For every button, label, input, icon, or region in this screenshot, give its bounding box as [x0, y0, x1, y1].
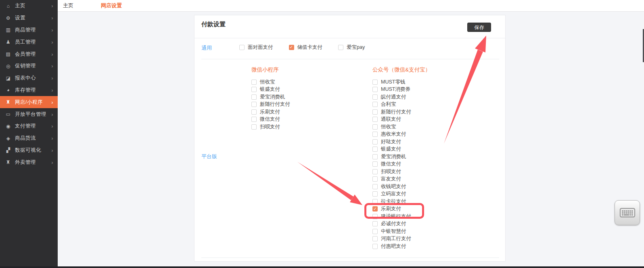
checkbox-option[interactable]: 合利宝 [372, 101, 431, 109]
option-label: 合利宝 [381, 101, 396, 108]
checkbox-option[interactable]: 立码富支付 [372, 191, 431, 198]
checkbox-option[interactable]: 面对面支付 [239, 42, 273, 52]
checkbox-icon[interactable] [372, 184, 378, 189]
checkbox-icon[interactable] [372, 94, 378, 100]
sidebar-item-promotions[interactable]: ◎促销管理› [0, 60, 58, 72]
checkbox-icon[interactable] [251, 117, 257, 122]
option-label: 富友支付 [381, 176, 401, 182]
checkbox-option[interactable]: 爱宝消费机 [372, 153, 431, 161]
checkbox-icon[interactable] [372, 124, 378, 130]
sidebar-item-home[interactable]: ⌂主页› [0, 0, 58, 12]
sidebar-item-data-visualization[interactable]: ▞数据可视化› [0, 144, 58, 157]
checkbox-option[interactable]: 恒收宝 [251, 78, 290, 86]
checkbox-icon[interactable] [251, 109, 257, 115]
chevron-right-icon: › [51, 63, 53, 69]
checkbox-icon[interactable] [372, 169, 378, 174]
checkbox-option[interactable]: 收钱吧支付 [372, 183, 431, 191]
general-section-label: 通用 [201, 44, 212, 52]
sidebar-item-logistics[interactable]: ◈商品货流› [0, 132, 58, 144]
sidebar-item-open-platform[interactable]: ▭开放平台管理› [0, 108, 58, 120]
sidebar-item-settings[interactable]: ⚙设置› [0, 12, 58, 24]
checkbox-option[interactable]: 乐刷支付 [251, 108, 290, 116]
sidebar-item-label: 报表中心 [15, 75, 51, 82]
checkbox-option[interactable]: 银盛支付 [372, 146, 431, 153]
sidebar-item-label: 商品货流 [15, 135, 51, 142]
checkbox-option[interactable]: 富友支付 [372, 176, 431, 183]
checkbox-option[interactable]: 好哒支付 [372, 138, 431, 146]
checkbox-option[interactable]: 必诚付支付 [372, 220, 431, 228]
checkbox-icon[interactable] [372, 244, 378, 249]
chevron-right-icon: › [51, 99, 53, 105]
checkbox-icon[interactable] [372, 154, 378, 159]
wechat-miniprogram-column: 微信小程序 恒收宝银盛支付爱宝消费机新随行付支付乐刷支付微信支付扫呗支付 [251, 66, 290, 131]
checkbox-icon[interactable] [372, 161, 378, 167]
checkbox-icon[interactable] [251, 94, 257, 100]
checkbox-option[interactable]: 扫呗支付 [372, 168, 431, 176]
chevron-right-icon: › [51, 159, 53, 165]
option-label: 恒收宝 [260, 79, 275, 86]
sidebar-item-staff[interactable]: ♟员工管理› [0, 36, 58, 48]
checkbox-option[interactable]: 爱宝消费机 [251, 93, 290, 101]
checkbox-icon[interactable] [239, 45, 245, 50]
checkbox-icon[interactable] [251, 80, 257, 85]
checkbox-option[interactable]: 中银智慧付 [372, 228, 431, 235]
checkbox-icon[interactable] [372, 80, 378, 85]
option-label: 恒收宝 [381, 124, 396, 130]
checkbox-icon[interactable] [372, 176, 378, 182]
checkbox-icon[interactable] [372, 139, 378, 144]
option-label: 中银智慧付 [381, 228, 406, 235]
checkbox-icon[interactable] [372, 229, 378, 234]
checkbox-option[interactable]: 爱宝pay [338, 42, 365, 52]
checkbox-option[interactable]: MUST消费券 [372, 86, 431, 94]
checkbox-icon[interactable] [372, 132, 378, 137]
checkbox-icon[interactable] [251, 102, 257, 107]
sidebar-item-members[interactable]: ▤会员管理› [0, 48, 58, 60]
sidebar-item-payments[interactable]: ◉支付管理› [0, 120, 58, 132]
checkbox-option[interactable]: 通联支付 [372, 116, 431, 124]
checkbox-option[interactable]: 扫呗支付 [251, 123, 290, 131]
checkbox-icon[interactable] [372, 102, 378, 107]
checkbox-icon[interactable] [372, 87, 378, 92]
option-label: 爱宝消费机 [381, 153, 406, 160]
app-window: ⌂主页›⚙设置›▥商品管理›♟员工管理›▤会员管理›◎促销管理›◪报表中心›◕库… [0, 0, 644, 268]
option-label: 通联支付 [381, 116, 401, 123]
checkbox-option[interactable]: MUST零钱 [372, 78, 431, 86]
option-label: 新随行付支付 [381, 109, 411, 115]
save-button[interactable]: 保存 [467, 23, 491, 32]
checkbox-option[interactable]: 皖付通支付 [372, 93, 431, 101]
checkbox-icon[interactable] [372, 236, 378, 241]
checkbox-option[interactable]: 河南工行支付 [372, 235, 431, 243]
checkbox-option[interactable]: 惠收米支付 [372, 131, 431, 138]
sidebar-item-online-store[interactable]: ♜网店/小程序› [0, 96, 58, 108]
barcode-icon: ▥ [5, 27, 11, 33]
checkbox-icon[interactable] [372, 117, 378, 122]
checkbox-icon[interactable] [372, 147, 378, 152]
virtual-keyboard-button[interactable] [615, 200, 640, 225]
checkbox-icon[interactable] [338, 45, 343, 50]
bar-chart-icon: ◪ [5, 75, 11, 81]
checkbox-option[interactable]: 新随行付支付 [251, 101, 290, 109]
checkbox-option[interactable]: 微信支付 [251, 116, 290, 124]
sidebar-item-inventory[interactable]: ◕库存管理› [0, 84, 58, 96]
checkbox-icon[interactable] [372, 191, 378, 197]
checkbox-option[interactable]: 微信支付 [372, 161, 431, 168]
tab-home[interactable]: 主页 [63, 2, 73, 9]
sidebar-item-products[interactable]: ▥商品管理› [0, 24, 58, 36]
tab-store-settings[interactable]: 网店设置 [101, 2, 122, 9]
sidebar-item-reports[interactable]: ◪报表中心› [0, 72, 58, 84]
checkbox-icon[interactable] [372, 109, 378, 115]
sidebar-item-takeout[interactable]: ♜外卖管理› [0, 156, 58, 168]
checkbox-option[interactable]: 恒收宝 [372, 123, 431, 131]
storefront-icon: ♜ [5, 99, 11, 105]
checkbox-option[interactable]: 银盛支付 [251, 86, 290, 94]
option-label: 收钱吧支付 [381, 183, 406, 190]
option-label: 必诚付支付 [381, 220, 406, 227]
sidebar-item-label: 会员管理 [15, 51, 51, 58]
checkbox-checked-icon[interactable]: ✓ [289, 45, 294, 50]
checkbox-icon[interactable] [372, 221, 378, 226]
checkbox-icon[interactable] [251, 87, 257, 92]
checkbox-option[interactable]: ✓储值卡支付 [289, 42, 323, 52]
checkbox-option[interactable]: 新随行付支付 [372, 108, 431, 116]
checkbox-icon[interactable] [251, 124, 257, 130]
checkbox-option[interactable]: 付惠吧支付 [372, 243, 431, 250]
